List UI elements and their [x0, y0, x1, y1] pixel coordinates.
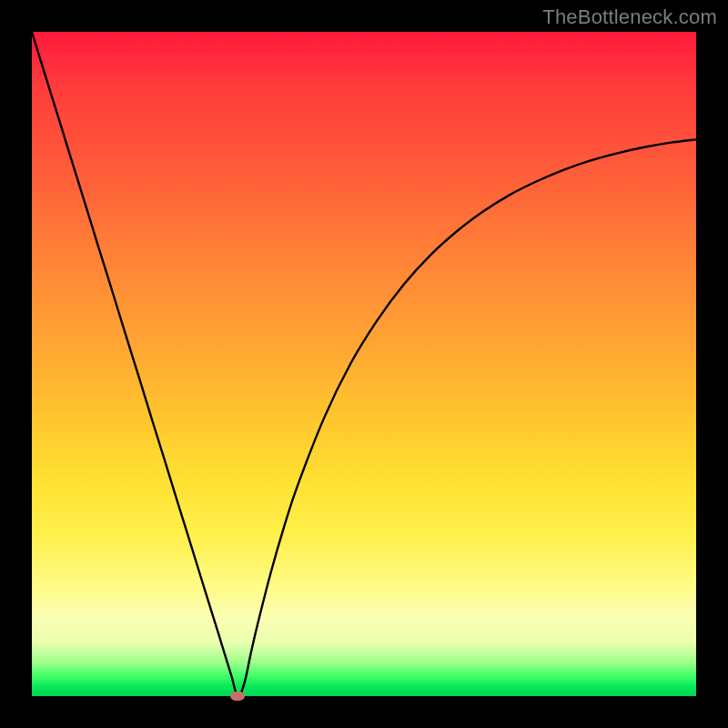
- chart-frame: TheBottleneck.com: [0, 0, 728, 728]
- minimum-marker: [230, 692, 245, 701]
- watermark-text: TheBottleneck.com: [542, 5, 717, 29]
- bottleneck-curve-path: [32, 32, 696, 696]
- chart-plot-area: [32, 32, 696, 696]
- chart-curve: [32, 32, 696, 696]
